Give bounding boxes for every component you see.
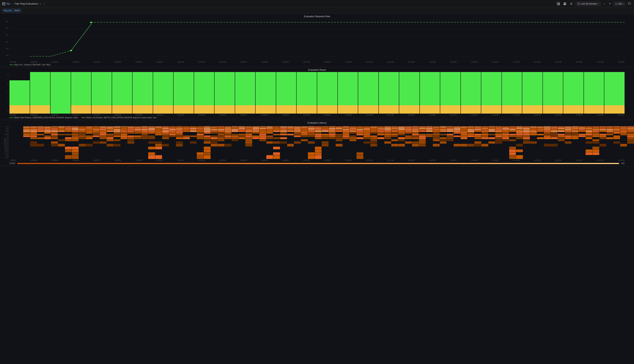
heatmap-cell	[412, 126, 419, 127]
heatmap-cell	[308, 129, 315, 130]
heatmap-cell	[79, 152, 86, 155]
heatmap-col	[586, 125, 592, 159]
heatmap-cell	[65, 139, 72, 141]
heatmap-cell	[120, 141, 128, 144]
apps-icon[interactable]	[2, 2, 5, 5]
refresh-button[interactable]: 30s ▾	[614, 2, 625, 6]
heatmap-cell	[350, 137, 356, 139]
heatmap-cell	[398, 136, 405, 137]
heatmap-cell	[586, 136, 592, 137]
heatmap-cell	[128, 150, 134, 152]
add-panel-button[interactable]	[556, 2, 561, 6]
flag-key-filter[interactable]: flag_key foo ▾	[2, 9, 21, 12]
heatmap-cell	[232, 155, 238, 159]
heatmap-cell	[482, 127, 488, 128]
heatmap-cell	[197, 128, 204, 129]
heatmap-cell	[211, 141, 218, 144]
heatmap-cell	[509, 136, 516, 137]
heatmap-cell	[23, 155, 30, 159]
heatmap-cell	[44, 127, 51, 128]
heatmap-cell	[134, 126, 141, 127]
heatmap-col	[530, 125, 537, 159]
heatmap-cell	[162, 134, 169, 135]
heatmap-cell	[578, 126, 586, 127]
heatmap-col	[224, 125, 231, 159]
heatmap-cell	[72, 147, 79, 149]
heatmap-cell	[58, 126, 65, 127]
heatmap-cell	[398, 132, 405, 134]
heatmap-cell	[586, 144, 592, 146]
heatmap-cell	[259, 130, 266, 132]
heatmap-cell	[86, 150, 92, 152]
heatmap-cell	[308, 134, 315, 135]
heatmap-col	[578, 125, 586, 159]
heatmap-col	[502, 125, 509, 159]
heatmap-cell	[523, 155, 530, 159]
heatmap-cell	[405, 155, 412, 159]
heatmap-cell	[245, 130, 252, 132]
heatmap-cell	[169, 136, 176, 137]
heatmap-cell	[447, 155, 454, 159]
heatmap-cell	[176, 150, 183, 152]
favorite-icon[interactable]: ☆	[39, 2, 42, 5]
heatmap-cell	[433, 139, 440, 141]
heatmap-col	[565, 125, 572, 159]
heatmap-cell	[183, 155, 190, 159]
heatmap-cell	[204, 150, 210, 152]
heatmap-cell	[245, 126, 252, 127]
heatmap-cell	[120, 132, 128, 134]
heatmap-cell	[523, 132, 530, 134]
heatmap-cell	[412, 150, 419, 152]
heatmap-cell	[211, 130, 218, 132]
bar-col	[132, 72, 153, 114]
heatmap-cell	[322, 129, 328, 130]
heatmap-cell	[356, 126, 363, 127]
heatmap-cell	[287, 136, 294, 137]
heatmap-cell	[16, 139, 23, 141]
breadcrumb-home[interactable]: flipt	[6, 2, 10, 5]
sidebar-toggle-button[interactable]	[627, 2, 632, 6]
heatmap-cell	[134, 137, 141, 139]
breadcrumb-area: flipt / Flipt Flag Evaluations ☆ ⋮	[2, 2, 46, 5]
heatmap-cell	[384, 128, 391, 129]
settings-button[interactable]	[569, 2, 574, 6]
heatmap-col	[509, 125, 516, 159]
heatmap-cell	[315, 127, 322, 128]
heatmap-col	[176, 125, 183, 159]
heatmap-cell	[259, 128, 266, 129]
svg-rect-11	[628, 2, 630, 4]
heatmap-cell	[377, 130, 384, 132]
save-button[interactable]	[562, 2, 567, 6]
heatmap-cell	[356, 129, 363, 130]
heatmap-cell	[65, 127, 72, 128]
filter-value[interactable]: foo ▾	[14, 9, 21, 12]
heatmap-cell	[356, 155, 363, 159]
heatmap-cell	[176, 147, 183, 149]
filter-value-text: foo	[15, 9, 18, 12]
heatmap-cell	[16, 128, 23, 129]
heatmap-cell	[176, 139, 183, 141]
zoom-out-button[interactable]: −	[603, 1, 606, 6]
heatmap-cell	[162, 152, 169, 155]
heatmap-cell	[238, 150, 245, 152]
heatmap-cell	[308, 132, 315, 134]
heatmap-cell	[155, 144, 162, 146]
heatmap-cell	[502, 127, 509, 128]
zoom-in-button[interactable]: +	[608, 1, 612, 6]
heatmap-cell	[461, 152, 468, 155]
heatmap-cell	[565, 155, 572, 159]
heatmap-cell	[398, 130, 405, 132]
heatmap-cell	[412, 147, 419, 149]
bar-col	[174, 72, 194, 114]
filter-key[interactable]: flag_key	[2, 9, 14, 12]
heatmap-cell	[120, 152, 128, 155]
time-range-button[interactable]: Last 30 minutes ▾	[576, 2, 601, 6]
heatmap-cell	[211, 127, 218, 128]
heatmap-cell	[572, 141, 578, 144]
heatmap-cell	[461, 130, 468, 132]
share-icon[interactable]: ⋮	[43, 2, 46, 5]
heatmap-cell	[162, 150, 169, 152]
heatmap-cell	[16, 137, 23, 139]
heatmap-cell	[128, 144, 134, 146]
heatmap-cell	[384, 132, 391, 134]
